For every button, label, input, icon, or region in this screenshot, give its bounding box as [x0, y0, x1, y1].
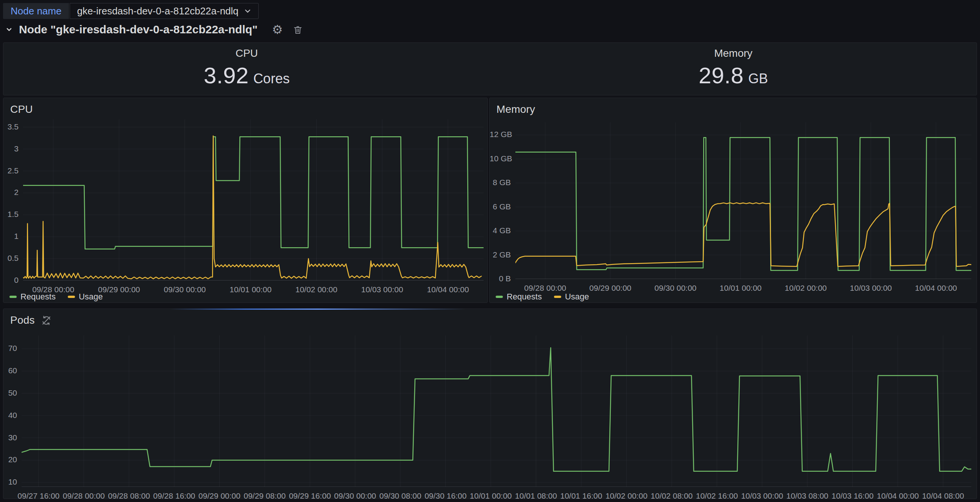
y-tick-label: 40 — [3, 411, 17, 420]
cpu-stat-title: CPU — [235, 47, 258, 59]
x-tick-label: 09/29 00:00 — [584, 284, 637, 293]
chart-canvas — [23, 119, 484, 281]
y-tick-label: 3 — [3, 144, 19, 153]
x-tick-label: 10/01 00:00 — [224, 285, 277, 294]
chevron-down-icon — [244, 7, 251, 15]
x-tick-label: 10/03 00:00 — [845, 284, 897, 293]
y-tick-label: 8 GB — [490, 178, 511, 187]
x-tick-label: 09/29 00:00 — [92, 285, 145, 294]
x-tick-label: 09/30 00:00 — [649, 284, 702, 293]
y-tick-label: 30 — [3, 433, 17, 442]
memory-stat-title: Memory — [714, 47, 752, 59]
x-tick-label: 10/04 00:00 — [422, 285, 474, 294]
variable-value-dropdown[interactable]: gke-iresdash-dev-0-a-812cb22a-ndlq — [70, 3, 258, 19]
y-tick-label: 1 — [3, 232, 19, 241]
legend-item-usage[interactable]: Usage — [554, 292, 589, 302]
y-tick-label: 3.5 — [3, 122, 19, 131]
variable-bar: Node name gke-iresdash-dev-0-a-812cb22a-… — [3, 3, 259, 19]
panel-title[interactable]: Memory — [496, 103, 535, 116]
y-tick-label: 2 — [3, 188, 19, 197]
x-tick-label: 10/03 00:00 — [356, 285, 409, 294]
pods-panel: Pods 1020304050607009/27 16:0009/28 00:0… — [3, 308, 977, 499]
y-tick-label: 10 — [3, 477, 17, 486]
y-tick-label: 2 GB — [490, 250, 511, 259]
y-tick-label: 70 — [3, 344, 17, 353]
y-tick-label: 4 GB — [490, 226, 511, 235]
y-tick-label: 60 — [3, 366, 17, 375]
x-tick-label: 10/04 00:00 — [910, 284, 963, 293]
cpu-stat: CPU 3.92 Cores — [3, 43, 490, 95]
x-tick-label: 09/28 00:00 — [519, 284, 572, 293]
y-tick-label: 0.5 — [3, 254, 19, 263]
legend-swatch — [10, 295, 17, 298]
y-tick-label: 2.5 — [3, 166, 19, 175]
legend-swatch — [496, 295, 503, 298]
variable-label: Node name — [3, 3, 69, 19]
memory-stat-unit: GB — [748, 71, 768, 87]
memory-chart[interactable] — [515, 122, 971, 279]
row-header: Node "gke-iresdash-dev-0-a-812cb22a-ndlq… — [5, 21, 303, 38]
y-tick-label: 0 B — [490, 274, 511, 283]
legend-label: Usage — [565, 292, 589, 302]
chart-canvas — [515, 122, 971, 279]
memory-stat-value: 29.8 — [698, 62, 744, 89]
y-tick-label: 6 GB — [490, 202, 511, 211]
y-tick-label: 1.5 — [3, 210, 19, 219]
x-tick-label: 10/02 00:00 — [779, 284, 832, 293]
x-tick-label: 09/28 00:00 — [27, 285, 80, 294]
x-tick-label: 10/04 08:00 — [916, 491, 969, 500]
legend-item-requests[interactable]: Requests — [496, 292, 542, 302]
cpu-chart[interactable] — [23, 119, 484, 281]
y-tick-label: 20 — [3, 455, 17, 464]
pods-chart[interactable] — [22, 335, 971, 487]
memory-panel: Memory RequestsUsage 0 B2 GB4 GB6 GB8 GB… — [489, 98, 977, 303]
stat-panel: CPU 3.92 Cores Memory 29.8 GB — [3, 42, 977, 95]
chart-legend: RequestsUsage — [496, 292, 589, 302]
cpu-panel: CPU RequestsUsage 00.511.522.533.509/28 … — [3, 98, 488, 303]
panel-title[interactable]: CPU — [10, 103, 33, 116]
x-tick-label: 09/30 00:00 — [158, 285, 211, 294]
y-tick-label: 50 — [3, 388, 17, 397]
y-tick-label: 0 — [3, 276, 19, 285]
cpu-stat-unit: Cores — [253, 71, 290, 87]
x-tick-label: 10/01 00:00 — [714, 284, 767, 293]
chart-canvas — [22, 335, 971, 487]
x-tick-label: 10/02 00:00 — [290, 285, 343, 294]
row-collapse-chevron-icon[interactable] — [5, 26, 13, 33]
refresh-off-icon[interactable] — [41, 315, 52, 326]
legend-swatch — [554, 295, 561, 298]
variable-value: gke-iresdash-dev-0-a-812cb22a-ndlq — [77, 5, 238, 17]
legend-label: Requests — [507, 292, 542, 302]
row-title[interactable]: Node "gke-iresdash-dev-0-a-812cb22a-ndlq… — [19, 23, 258, 36]
cpu-stat-value: 3.92 — [204, 62, 249, 89]
gear-icon[interactable]: ⚙ — [272, 24, 283, 36]
trash-icon[interactable] — [293, 25, 303, 35]
y-tick-label: 10 GB — [490, 154, 511, 163]
y-tick-label: 12 GB — [490, 130, 511, 139]
legend-swatch — [68, 295, 75, 298]
memory-stat: Memory 29.8 GB — [490, 43, 977, 95]
panel-title[interactable]: Pods — [10, 314, 35, 326]
panel-loading-indicator — [170, 308, 465, 310]
